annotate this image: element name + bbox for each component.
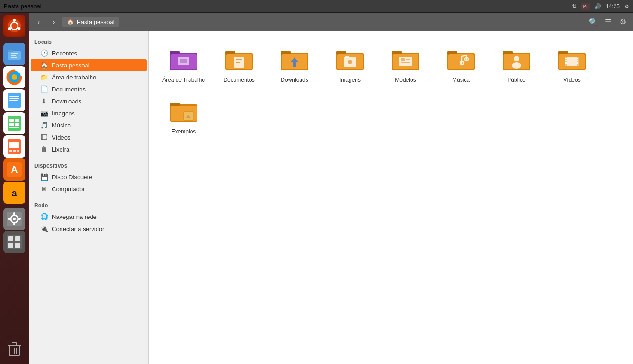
svg-rect-42 xyxy=(8,243,13,248)
file-item-downloads[interactable]: Downloads xyxy=(269,41,320,88)
sidebar-item-imagens[interactable]: 📷 Imagens xyxy=(31,107,147,119)
sidebar-item-computador[interactable]: 🖥 Computador xyxy=(31,183,147,195)
pasta-pessoal-icon: 🏠 xyxy=(40,61,48,69)
svg-rect-14 xyxy=(9,98,19,99)
launcher-trash[interactable] xyxy=(3,338,25,360)
lixeira-icon: 🗑 xyxy=(40,146,48,153)
svg-rect-56 xyxy=(225,51,235,55)
svg-rect-54 xyxy=(180,59,187,63)
menu-button[interactable]: ☰ xyxy=(602,16,615,29)
svg-rect-22 xyxy=(9,127,19,128)
launcher-firefox[interactable] xyxy=(3,66,25,88)
sidebar-label-disco: Disco Disquete xyxy=(52,174,92,181)
folder-icon-publico xyxy=(500,44,533,74)
sidebar-label-pasta-pessoal: Pasta pessoal xyxy=(52,62,90,69)
launcher-divider-2 xyxy=(5,206,24,206)
imagens-icon: 📷 xyxy=(40,109,48,117)
svg-rect-41 xyxy=(15,236,20,241)
network-icon: ⇅ xyxy=(572,3,577,10)
svg-point-3 xyxy=(18,27,20,30)
svg-rect-40 xyxy=(8,236,13,241)
clock: 14:25 xyxy=(606,3,620,10)
svg-point-4 xyxy=(8,27,11,30)
sidebar-item-downloads[interactable]: ⬇ Downloads xyxy=(31,95,147,107)
launcher-libreoffice-writer[interactable] xyxy=(3,89,25,111)
sidebar-item-area-trabalho[interactable]: 📁 Área de trabalho xyxy=(31,71,147,83)
launcher-system-settings[interactable] xyxy=(3,208,25,230)
back-button[interactable]: ‹ xyxy=(32,16,45,29)
sidebar-item-navegar-rede[interactable]: 🌐 Navegar na rede xyxy=(31,211,147,223)
toolbar-actions: 🔍 ☰ ⚙ xyxy=(587,16,629,29)
file-item-modelos[interactable]: Modelos xyxy=(380,41,431,88)
launcher-files[interactable] xyxy=(3,43,25,65)
sidebar-label-computador: Computador xyxy=(52,186,85,193)
servidor-icon: 🔌 xyxy=(40,225,48,232)
svg-rect-13 xyxy=(9,96,19,97)
sidebar-label-imagens: Imagens xyxy=(52,110,75,117)
file-label-downloads: Downloads xyxy=(281,77,308,84)
svg-rect-51 xyxy=(170,51,180,55)
svg-rect-76 xyxy=(401,58,405,61)
launcher-libreoffice-calc[interactable] xyxy=(3,112,25,134)
svg-rect-73 xyxy=(392,51,402,55)
launcher-libreoffice-impress[interactable] xyxy=(3,135,25,158)
launcher-amazon[interactable]: a xyxy=(3,182,25,204)
sidebar: Locais 🕐 Recentes 🏠 Pasta pessoal 📁 Área… xyxy=(29,31,149,364)
file-item-exemplos[interactable]: Exemplos xyxy=(158,92,209,140)
svg-rect-71 xyxy=(345,56,349,58)
breadcrumb-home[interactable]: 🏠 Pasta pessoal xyxy=(62,17,119,27)
file-label-videos: Vídeos xyxy=(563,77,580,84)
file-item-area-de-trabalho[interactable]: Área de Trabalho xyxy=(158,41,209,88)
musica-icon: 🎵 xyxy=(40,121,48,129)
svg-rect-78 xyxy=(406,61,409,61)
settings-button[interactable]: ⚙ xyxy=(616,16,629,29)
sidebar-label-videos: Vídeos xyxy=(52,134,70,141)
sidebar-label-recentes: Recentes xyxy=(52,50,77,57)
sidebar-label-navegar: Navegar na rede xyxy=(52,213,97,220)
computador-icon: 🖥 xyxy=(40,185,48,193)
sidebar-item-musica[interactable]: 🎵 Música xyxy=(31,119,147,131)
home-icon: 🏠 xyxy=(67,18,74,25)
documentos-icon: 📄 xyxy=(40,85,48,93)
pt-icon: Pt xyxy=(581,3,590,10)
svg-rect-79 xyxy=(401,62,410,63)
file-item-publico[interactable]: Público xyxy=(491,41,542,88)
file-item-videos[interactable]: Vídeos xyxy=(547,41,597,88)
launcher-ubuntu[interactable] xyxy=(3,15,25,37)
sidebar-item-recentes[interactable]: 🕐 Recentes xyxy=(31,47,147,59)
svg-rect-67 xyxy=(336,51,346,55)
folder-icon-documentos xyxy=(222,44,256,74)
file-label-area-de-trabalho: Área de Trabalho xyxy=(162,77,205,84)
svg-rect-24 xyxy=(9,142,19,148)
launcher-software-center[interactable]: A xyxy=(3,158,25,181)
sidebar-section-dispositivos: Dispositivos xyxy=(29,159,148,171)
svg-rect-26 xyxy=(13,150,16,152)
location-bar: 🏠 Pasta pessoal xyxy=(62,17,585,27)
titlebar: Pasta pessoal ⇅ Pt 🔊 14:25 ⚙ xyxy=(0,0,633,13)
svg-point-34 xyxy=(13,218,16,220)
file-item-imagens[interactable]: Imagens xyxy=(325,41,375,88)
sidebar-item-videos[interactable]: 🎞 Vídeos xyxy=(31,131,147,143)
svg-rect-95 xyxy=(565,60,567,61)
forward-button[interactable]: › xyxy=(47,16,60,29)
recentes-icon: 🕐 xyxy=(40,49,48,57)
breadcrumb-label: Pasta pessoal xyxy=(77,18,115,25)
search-button[interactable]: 🔍 xyxy=(587,16,600,29)
file-item-musica[interactable]: Música xyxy=(436,41,486,88)
downloads-icon: ⬇ xyxy=(40,97,48,105)
window-title: Pasta pessoal xyxy=(4,3,42,10)
svg-rect-98 xyxy=(577,60,578,61)
folder-icon-downloads xyxy=(278,44,311,74)
svg-rect-96 xyxy=(565,62,567,64)
sidebar-item-disco-disquete[interactable]: 💾 Disco Disquete xyxy=(31,171,147,183)
videos-icon: 🎞 xyxy=(40,133,48,141)
sidebar-item-pasta-pessoal[interactable]: 🏠 Pasta pessoal xyxy=(31,59,147,71)
sidebar-item-lixeira[interactable]: 🗑 Lixeira xyxy=(31,143,147,155)
sidebar-item-conectar-servidor[interactable]: 🔌 Conectar a servidor xyxy=(31,223,147,235)
sidebar-item-documentos[interactable]: 📄 Documentos xyxy=(31,83,147,95)
svg-text:a: a xyxy=(12,188,17,198)
power-icon: ⚙ xyxy=(624,3,629,10)
file-item-documentos[interactable]: Documentos xyxy=(214,41,264,88)
svg-rect-16 xyxy=(9,103,18,103)
launcher-workspaces[interactable] xyxy=(3,231,25,253)
